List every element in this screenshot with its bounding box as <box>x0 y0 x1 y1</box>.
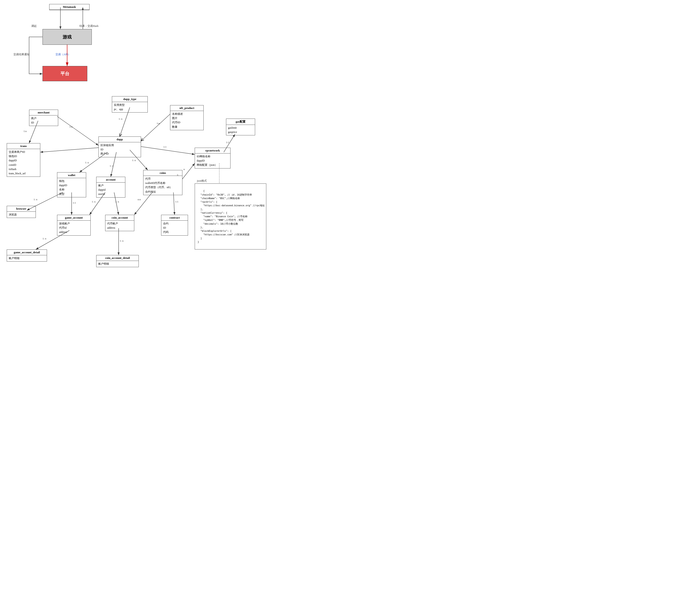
svg-line-5 <box>57 116 98 146</box>
metamask-box: Metamask <box>49 4 90 10</box>
arrow-transaction-label: 交易（API） <box>55 53 71 56</box>
json-example-text: { "chainId": "0x38", // id，16进制字符串 "chai… <box>198 190 265 243</box>
contract-body: 合约ID代码 <box>161 221 188 235</box>
platform-box: 平台 <box>43 66 87 81</box>
browser-title: browser <box>7 206 35 212</box>
dapp-type-body: 应用类型pc、app <box>112 102 148 112</box>
coin-account-body: 代币账户address <box>105 221 134 231</box>
gas-config-body: gaslimitgasprice <box>226 125 255 135</box>
wallet-box: wallet 钱包dappID名称类型 <box>57 172 86 197</box>
svg-text:1: n: 1: n <box>115 200 119 203</box>
trans-box: trans 交易单商户ID钱包IDdappIDcoinIDtxHashtrans… <box>7 143 40 177</box>
svg-text:1: n: 1: n <box>132 159 136 161</box>
svg-text:1:1: 1:1 <box>175 200 178 203</box>
coin-account-title: coin_account <box>105 215 134 221</box>
coins-box: coins 代币walletID代币名称代币类型（代币、nft）合约地址 <box>143 170 182 195</box>
game-label: 游戏 <box>62 34 72 40</box>
svg-text:1: n: 1: n <box>92 200 96 203</box>
rpcnetwork-title: rpcnetwork <box>195 148 230 153</box>
game-account-detail-title: game_account_detail <box>7 250 47 255</box>
coin-account-detail-box: coin_account_detail 账户明细 <box>96 255 139 267</box>
json-format-label: json格式 <box>197 179 207 183</box>
rpcnetwork-body: ID网络名称dappID网络配置（json） <box>195 153 230 168</box>
svg-text:1:1: 1:1 <box>164 146 167 148</box>
gas-config-box: gas配置 gaslimitgasprice <box>226 119 255 135</box>
account-box: account 账户dappiduserId <box>96 177 125 198</box>
merchant-box: merchant 商户ID <box>29 110 58 126</box>
svg-line-20 <box>141 147 195 154</box>
nft-product-title: nft_product <box>170 105 203 111</box>
svg-text:n: n <box>183 168 185 171</box>
coin-account-detail-title: coin_account_detail <box>96 255 139 261</box>
game-account-detail-box: game_account_detail 账户明细 <box>7 250 47 261</box>
nft-product-body: 名称描述图片代币ID数量 <box>170 111 203 130</box>
svg-text:1: n: 1: n <box>43 237 46 240</box>
contract-title: contract <box>161 215 188 221</box>
platform-label: 平台 <box>60 71 69 77</box>
game-box: 游戏 <box>43 29 92 45</box>
svg-text:1: n: 1: n <box>33 198 38 201</box>
game-account-detail-body: 账户明细 <box>7 255 47 261</box>
nft-product-box: nft_product 名称描述图片代币ID数量 <box>170 105 204 130</box>
coins-body: 代币walletID代币名称代币类型（代币、nft）合约地址 <box>144 176 182 195</box>
dapp-type-title: dapp_type <box>112 96 148 102</box>
svg-text:1: n: 1: n <box>119 118 122 120</box>
svg-line-37 <box>173 193 175 215</box>
svg-text:1: n: 1: n <box>85 161 89 164</box>
svg-text:1:n: 1:n <box>24 130 27 132</box>
dapp-box: dapp 区块链应用ID商户ID <box>98 136 141 157</box>
json-example-box: { "chainId": "0x38", // id，16进制字符串 "chai… <box>195 183 266 250</box>
browser-body: 浏览器 <box>7 212 35 218</box>
svg-text:1:n: 1:n <box>157 122 160 125</box>
game-account-body: 游戏账户代币idaddress <box>57 221 91 235</box>
svg-line-9 <box>141 114 170 141</box>
dapp-title: dapp <box>99 137 141 142</box>
trans-body: 交易单商户ID钱包IDdappIDcoinIDtxHashtrans_block… <box>7 149 40 177</box>
account-body: 账户dappiduserId <box>96 182 125 197</box>
svg-line-35 <box>134 193 152 215</box>
wallet-body: 钱包dappID名称类型 <box>57 178 86 197</box>
coin-account-detail-body: 账户明细 <box>96 261 139 267</box>
merchant-body: 商户ID <box>29 116 58 126</box>
dapp-body: 区块链应用ID商户ID <box>99 142 141 157</box>
dapp-type-box: dapp_type 应用类型pc、app <box>112 96 148 112</box>
svg-text:1:n: 1:n <box>69 125 73 128</box>
svg-text:n:n: n:n <box>138 198 141 201</box>
merchant-title: merchant <box>29 110 58 116</box>
svg-text:1: n: 1: n <box>120 240 124 242</box>
browser-box: browser 浏览器 <box>7 206 36 218</box>
account-title: account <box>96 177 125 182</box>
arrow-invoke-label: 调起 <box>31 24 37 28</box>
svg-line-24 <box>182 163 195 179</box>
game-account-title: game_account <box>57 215 91 221</box>
diagram-container: Metamask 游戏 平台 调起 结果：交易Hash 交易结果通知 交易（AP… <box>0 0 269 291</box>
rpcnetwork-box: rpcnetwork ID网络名称dappID网络配置（json） <box>195 148 230 169</box>
coin-account-box: coin_account 代币账户address <box>105 215 134 231</box>
svg-text:1: n: 1: n <box>110 165 114 167</box>
svg-line-13 <box>40 148 98 152</box>
game-account-box: game_account 游戏账户代币idaddress <box>57 215 91 235</box>
trans-title: trans <box>7 144 40 149</box>
arrow-result-label: 结果：交易Hash <box>79 24 98 28</box>
gas-config-title: gas配置 <box>226 119 255 125</box>
contract-box: contract 合约ID代码 <box>161 215 188 235</box>
wallet-title: wallet <box>57 173 86 178</box>
svg-text:1:1: 1:1 <box>73 201 76 204</box>
coins-title: coins <box>144 170 182 176</box>
svg-text:1:1: 1:1 <box>226 141 229 144</box>
metamask-title: Metamask <box>49 4 89 10</box>
arrow-notify-label: 交易结果通知 <box>14 53 29 56</box>
